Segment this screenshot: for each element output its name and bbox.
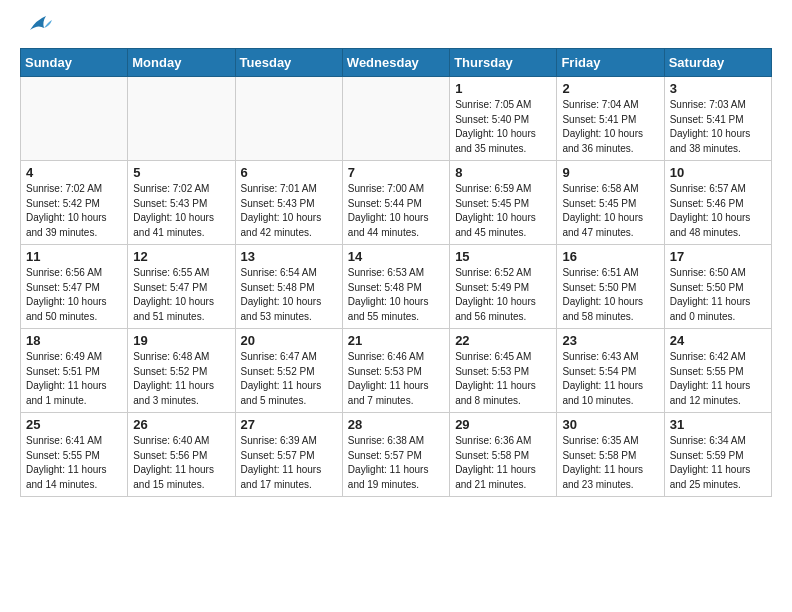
- weekday-header-thursday: Thursday: [450, 49, 557, 77]
- day-info: Sunrise: 6:35 AM Sunset: 5:58 PM Dayligh…: [562, 434, 658, 492]
- day-number: 9: [562, 165, 658, 180]
- day-info: Sunrise: 6:58 AM Sunset: 5:45 PM Dayligh…: [562, 182, 658, 240]
- day-number: 30: [562, 417, 658, 432]
- weekday-header-wednesday: Wednesday: [342, 49, 449, 77]
- calendar-cell: 24Sunrise: 6:42 AM Sunset: 5:55 PM Dayli…: [664, 329, 771, 413]
- calendar-cell: 23Sunrise: 6:43 AM Sunset: 5:54 PM Dayli…: [557, 329, 664, 413]
- day-number: 6: [241, 165, 337, 180]
- calendar-cell: 4Sunrise: 7:02 AM Sunset: 5:42 PM Daylig…: [21, 161, 128, 245]
- day-number: 24: [670, 333, 766, 348]
- day-number: 20: [241, 333, 337, 348]
- day-info: Sunrise: 6:42 AM Sunset: 5:55 PM Dayligh…: [670, 350, 766, 408]
- calendar-table: SundayMondayTuesdayWednesdayThursdayFrid…: [20, 48, 772, 497]
- week-row-2: 4Sunrise: 7:02 AM Sunset: 5:42 PM Daylig…: [21, 161, 772, 245]
- calendar-cell: 2Sunrise: 7:04 AM Sunset: 5:41 PM Daylig…: [557, 77, 664, 161]
- calendar-cell: 27Sunrise: 6:39 AM Sunset: 5:57 PM Dayli…: [235, 413, 342, 497]
- day-number: 17: [670, 249, 766, 264]
- day-number: 11: [26, 249, 122, 264]
- header: [20, 16, 772, 40]
- day-info: Sunrise: 6:51 AM Sunset: 5:50 PM Dayligh…: [562, 266, 658, 324]
- logo-bird-icon: [22, 12, 54, 40]
- calendar-cell: 29Sunrise: 6:36 AM Sunset: 5:58 PM Dayli…: [450, 413, 557, 497]
- calendar-cell: 7Sunrise: 7:00 AM Sunset: 5:44 PM Daylig…: [342, 161, 449, 245]
- day-number: 7: [348, 165, 444, 180]
- calendar-cell: 13Sunrise: 6:54 AM Sunset: 5:48 PM Dayli…: [235, 245, 342, 329]
- calendar-page: SundayMondayTuesdayWednesdayThursdayFrid…: [0, 0, 792, 513]
- day-info: Sunrise: 6:57 AM Sunset: 5:46 PM Dayligh…: [670, 182, 766, 240]
- calendar-cell: 20Sunrise: 6:47 AM Sunset: 5:52 PM Dayli…: [235, 329, 342, 413]
- day-number: 18: [26, 333, 122, 348]
- day-info: Sunrise: 6:40 AM Sunset: 5:56 PM Dayligh…: [133, 434, 229, 492]
- day-info: Sunrise: 6:41 AM Sunset: 5:55 PM Dayligh…: [26, 434, 122, 492]
- weekday-header-tuesday: Tuesday: [235, 49, 342, 77]
- week-row-5: 25Sunrise: 6:41 AM Sunset: 5:55 PM Dayli…: [21, 413, 772, 497]
- calendar-cell: 26Sunrise: 6:40 AM Sunset: 5:56 PM Dayli…: [128, 413, 235, 497]
- calendar-cell: 22Sunrise: 6:45 AM Sunset: 5:53 PM Dayli…: [450, 329, 557, 413]
- day-info: Sunrise: 6:47 AM Sunset: 5:52 PM Dayligh…: [241, 350, 337, 408]
- day-info: Sunrise: 7:02 AM Sunset: 5:43 PM Dayligh…: [133, 182, 229, 240]
- day-info: Sunrise: 6:48 AM Sunset: 5:52 PM Dayligh…: [133, 350, 229, 408]
- day-info: Sunrise: 6:50 AM Sunset: 5:50 PM Dayligh…: [670, 266, 766, 324]
- day-info: Sunrise: 7:00 AM Sunset: 5:44 PM Dayligh…: [348, 182, 444, 240]
- week-row-4: 18Sunrise: 6:49 AM Sunset: 5:51 PM Dayli…: [21, 329, 772, 413]
- day-number: 27: [241, 417, 337, 432]
- day-number: 31: [670, 417, 766, 432]
- day-number: 21: [348, 333, 444, 348]
- calendar-cell: 28Sunrise: 6:38 AM Sunset: 5:57 PM Dayli…: [342, 413, 449, 497]
- day-info: Sunrise: 6:45 AM Sunset: 5:53 PM Dayligh…: [455, 350, 551, 408]
- calendar-cell: 31Sunrise: 6:34 AM Sunset: 5:59 PM Dayli…: [664, 413, 771, 497]
- calendar-cell: 8Sunrise: 6:59 AM Sunset: 5:45 PM Daylig…: [450, 161, 557, 245]
- day-info: Sunrise: 7:03 AM Sunset: 5:41 PM Dayligh…: [670, 98, 766, 156]
- calendar-cell: 12Sunrise: 6:55 AM Sunset: 5:47 PM Dayli…: [128, 245, 235, 329]
- week-row-1: 1Sunrise: 7:05 AM Sunset: 5:40 PM Daylig…: [21, 77, 772, 161]
- day-number: 4: [26, 165, 122, 180]
- day-number: 5: [133, 165, 229, 180]
- day-number: 19: [133, 333, 229, 348]
- calendar-cell: 21Sunrise: 6:46 AM Sunset: 5:53 PM Dayli…: [342, 329, 449, 413]
- day-number: 13: [241, 249, 337, 264]
- calendar-cell: 16Sunrise: 6:51 AM Sunset: 5:50 PM Dayli…: [557, 245, 664, 329]
- day-info: Sunrise: 6:53 AM Sunset: 5:48 PM Dayligh…: [348, 266, 444, 324]
- day-number: 10: [670, 165, 766, 180]
- calendar-cell: [21, 77, 128, 161]
- calendar-cell: [342, 77, 449, 161]
- calendar-cell: 14Sunrise: 6:53 AM Sunset: 5:48 PM Dayli…: [342, 245, 449, 329]
- day-info: Sunrise: 6:39 AM Sunset: 5:57 PM Dayligh…: [241, 434, 337, 492]
- day-info: Sunrise: 7:01 AM Sunset: 5:43 PM Dayligh…: [241, 182, 337, 240]
- day-info: Sunrise: 7:04 AM Sunset: 5:41 PM Dayligh…: [562, 98, 658, 156]
- day-number: 25: [26, 417, 122, 432]
- calendar-cell: 18Sunrise: 6:49 AM Sunset: 5:51 PM Dayli…: [21, 329, 128, 413]
- calendar-cell: 19Sunrise: 6:48 AM Sunset: 5:52 PM Dayli…: [128, 329, 235, 413]
- day-number: 23: [562, 333, 658, 348]
- calendar-cell: 3Sunrise: 7:03 AM Sunset: 5:41 PM Daylig…: [664, 77, 771, 161]
- day-info: Sunrise: 6:46 AM Sunset: 5:53 PM Dayligh…: [348, 350, 444, 408]
- day-info: Sunrise: 6:38 AM Sunset: 5:57 PM Dayligh…: [348, 434, 444, 492]
- day-info: Sunrise: 6:36 AM Sunset: 5:58 PM Dayligh…: [455, 434, 551, 492]
- calendar-cell: 6Sunrise: 7:01 AM Sunset: 5:43 PM Daylig…: [235, 161, 342, 245]
- week-row-3: 11Sunrise: 6:56 AM Sunset: 5:47 PM Dayli…: [21, 245, 772, 329]
- day-number: 12: [133, 249, 229, 264]
- day-number: 3: [670, 81, 766, 96]
- weekday-header-row: SundayMondayTuesdayWednesdayThursdayFrid…: [21, 49, 772, 77]
- calendar-cell: 10Sunrise: 6:57 AM Sunset: 5:46 PM Dayli…: [664, 161, 771, 245]
- day-info: Sunrise: 6:49 AM Sunset: 5:51 PM Dayligh…: [26, 350, 122, 408]
- day-number: 15: [455, 249, 551, 264]
- calendar-cell: 15Sunrise: 6:52 AM Sunset: 5:49 PM Dayli…: [450, 245, 557, 329]
- logo: [20, 20, 54, 40]
- day-info: Sunrise: 7:05 AM Sunset: 5:40 PM Dayligh…: [455, 98, 551, 156]
- day-number: 29: [455, 417, 551, 432]
- day-info: Sunrise: 6:55 AM Sunset: 5:47 PM Dayligh…: [133, 266, 229, 324]
- day-info: Sunrise: 6:52 AM Sunset: 5:49 PM Dayligh…: [455, 266, 551, 324]
- day-info: Sunrise: 6:34 AM Sunset: 5:59 PM Dayligh…: [670, 434, 766, 492]
- weekday-header-sunday: Sunday: [21, 49, 128, 77]
- calendar-cell: 11Sunrise: 6:56 AM Sunset: 5:47 PM Dayli…: [21, 245, 128, 329]
- day-number: 1: [455, 81, 551, 96]
- day-number: 26: [133, 417, 229, 432]
- calendar-cell: 5Sunrise: 7:02 AM Sunset: 5:43 PM Daylig…: [128, 161, 235, 245]
- day-info: Sunrise: 6:59 AM Sunset: 5:45 PM Dayligh…: [455, 182, 551, 240]
- day-number: 2: [562, 81, 658, 96]
- weekday-header-monday: Monday: [128, 49, 235, 77]
- calendar-cell: [128, 77, 235, 161]
- day-number: 16: [562, 249, 658, 264]
- calendar-cell: 17Sunrise: 6:50 AM Sunset: 5:50 PM Dayli…: [664, 245, 771, 329]
